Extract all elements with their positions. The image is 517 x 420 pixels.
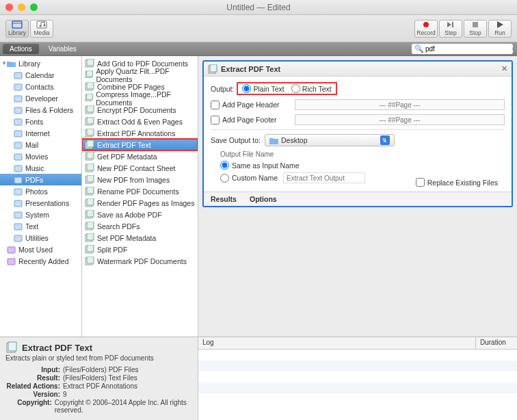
close-panel-icon[interactable]: ✕ xyxy=(501,64,507,73)
category-icon xyxy=(7,60,16,68)
svg-point-5 xyxy=(423,22,429,27)
sidebar-item-text[interactable]: Text xyxy=(0,220,81,232)
custom-name-input[interactable] xyxy=(283,172,365,183)
search-input[interactable] xyxy=(425,45,512,53)
same-as-input-radio[interactable] xyxy=(220,161,229,170)
sidebar-item-internet[interactable]: Internet xyxy=(0,127,81,139)
svg-rect-54 xyxy=(87,210,94,217)
sidebar-item-utilities[interactable]: Utilities xyxy=(0,232,81,244)
category-icon xyxy=(14,153,23,161)
rich-text-radio[interactable] xyxy=(291,84,300,93)
step-button[interactable]: Step xyxy=(439,20,462,38)
action-search-pdfs[interactable]: Search PDFs xyxy=(82,220,198,232)
sidebar-item-movies[interactable]: Movies xyxy=(0,150,81,162)
action-rename-pdf-documents[interactable]: Rename PDF Documents xyxy=(82,185,198,197)
options-tab[interactable]: Options xyxy=(250,195,277,203)
action-watermark-pdf-documents[interactable]: Watermark PDF Documents xyxy=(82,255,198,267)
action-apply-quartz-filt-pdf-documents[interactable]: Apply Quartz Filt...PDF Documents xyxy=(82,69,198,81)
action-extract-pdf-annotations[interactable]: Extract PDF Annotations xyxy=(82,127,198,139)
svg-rect-7 xyxy=(452,22,453,27)
replace-existing-check[interactable] xyxy=(416,178,425,187)
svg-rect-19 xyxy=(14,177,22,183)
search-field[interactable]: 🔍 ⓧ xyxy=(412,44,513,54)
sidebar-item-presentations[interactable]: Presentations xyxy=(0,197,81,209)
page-footer-input[interactable] xyxy=(295,114,505,125)
sidebar-item-mail[interactable]: Mail xyxy=(0,139,81,150)
add-page-footer-check[interactable] xyxy=(211,116,220,124)
svg-rect-18 xyxy=(14,166,22,172)
record-button[interactable]: Record xyxy=(414,20,438,38)
category-icon xyxy=(7,246,16,254)
sidebar-item-system[interactable]: System xyxy=(0,209,81,220)
action-render-pdf-pages-as-images[interactable]: Render PDF Pages as Images xyxy=(82,197,198,209)
info-key: Copyright: xyxy=(5,399,52,414)
svg-rect-8 xyxy=(473,22,478,27)
sidebar-item-developer[interactable]: Developer xyxy=(0,92,81,104)
disclosure-icon[interactable]: ▼ xyxy=(1,60,7,66)
sidebar-item-recently-added[interactable]: Recently Added xyxy=(0,255,81,267)
svg-rect-0 xyxy=(12,21,22,28)
tab-actions[interactable]: Actions xyxy=(3,44,39,54)
info-value: (Files/Folders) PDF Files xyxy=(63,366,139,373)
svg-rect-48 xyxy=(87,175,94,182)
media-label: Media xyxy=(34,29,49,36)
library-toolbar-button[interactable]: Library xyxy=(5,20,29,38)
svg-rect-20 xyxy=(14,189,22,195)
svg-rect-11 xyxy=(14,84,22,90)
action-save-as-adobe-pdf[interactable]: Save as Adobe PDF xyxy=(82,209,198,220)
sidebar-item-contacts[interactable]: Contacts xyxy=(0,81,81,92)
svg-rect-25 xyxy=(8,247,15,253)
page-header-input[interactable] xyxy=(295,99,505,110)
svg-rect-17 xyxy=(14,154,22,160)
pdf-action-icon xyxy=(85,222,94,231)
run-button[interactable]: Run xyxy=(488,20,512,38)
log-column-header[interactable]: Log xyxy=(198,337,476,349)
action-set-pdf-metadata[interactable]: Set PDF Metadata xyxy=(82,232,198,244)
play-icon xyxy=(494,21,505,29)
info-key: Input: xyxy=(5,366,60,373)
sidebar-item-calendar[interactable]: Calendar xyxy=(0,69,81,81)
media-icon xyxy=(36,21,47,29)
media-toolbar-button[interactable]: Media xyxy=(30,20,53,38)
svg-rect-50 xyxy=(87,187,94,194)
svg-rect-40 xyxy=(87,129,94,135)
action-split-pdf[interactable]: Split PDF xyxy=(82,244,198,255)
pdf-action-icon xyxy=(85,210,94,219)
add-page-header-check[interactable] xyxy=(211,101,220,109)
minimize-window[interactable] xyxy=(18,3,25,11)
zoom-window[interactable] xyxy=(30,3,38,11)
action-compress-image-pdf-documents[interactable]: Compress Image...PDF Documents xyxy=(82,92,198,104)
pdf-action-icon xyxy=(85,163,94,172)
info-value: Copyright © 2006–2014 Apple Inc. All rig… xyxy=(55,399,192,414)
action-extract-odd-even-pages[interactable]: Extract Odd & Even Pages xyxy=(82,116,198,127)
svg-rect-58 xyxy=(87,233,94,240)
sidebar-item-photos[interactable]: Photos xyxy=(0,185,81,197)
info-key: Result: xyxy=(5,374,60,382)
action-extract-pdf-text[interactable]: Extract PDF Text xyxy=(82,139,198,150)
sidebar-item-library[interactable]: ▼Library xyxy=(0,57,81,69)
sidebar-item-music[interactable]: Music xyxy=(0,162,81,174)
stop-button[interactable]: Stop xyxy=(464,20,487,38)
plain-text-radio[interactable] xyxy=(242,84,251,93)
stop-icon xyxy=(470,21,481,29)
info-key: Related Actions: xyxy=(5,382,60,390)
sidebar-item-fonts[interactable]: Fonts xyxy=(0,116,81,127)
sidebar-item-most-used[interactable]: Most Used xyxy=(0,244,81,255)
tab-variables[interactable]: Variables xyxy=(42,44,83,54)
category-icon xyxy=(14,211,23,219)
pdf-action-icon xyxy=(85,198,94,207)
pdf-action-icon xyxy=(85,257,94,265)
pdf-action-icon xyxy=(85,59,94,68)
action-get-pdf-metadata[interactable]: Get PDF Metadata xyxy=(82,150,198,162)
clear-search-icon[interactable]: ⓧ xyxy=(512,44,517,54)
custom-name-radio[interactable] xyxy=(220,174,229,183)
sidebar-item-files-folders[interactable]: Files & Folders xyxy=(0,104,81,116)
action-new-pdf-from-images[interactable]: New PDF from Images xyxy=(82,174,198,185)
results-tab[interactable]: Results xyxy=(211,195,237,203)
save-output-popup[interactable]: Desktop ⇅ xyxy=(265,134,395,146)
sidebar-item-pdfs[interactable]: PDFs xyxy=(0,174,81,185)
close-window[interactable] xyxy=(5,3,13,11)
duration-column-header[interactable]: Duration xyxy=(476,337,517,349)
action-new-pdf-contact-sheet[interactable]: New PDF Contact Sheet xyxy=(82,162,198,174)
library-icon xyxy=(12,21,23,29)
